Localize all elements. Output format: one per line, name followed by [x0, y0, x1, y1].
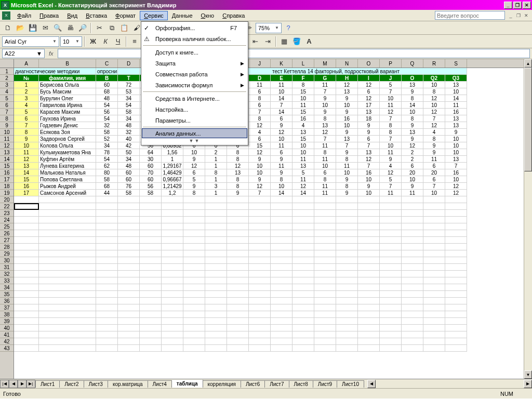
cell[interactable] [423, 325, 445, 331]
cell[interactable] [162, 244, 183, 250]
cell[interactable] [183, 291, 205, 298]
cell[interactable]: 9 [402, 183, 423, 190]
cell[interactable] [292, 203, 314, 210]
cell[interactable] [39, 237, 96, 244]
cell[interactable] [445, 244, 467, 250]
cell[interactable]: Кульмукаметова Яна [39, 149, 96, 156]
cell[interactable] [445, 210, 467, 217]
menu-item[interactable]: Настройка... [142, 104, 247, 115]
cell[interactable] [336, 210, 358, 217]
cell[interactable]: 10 [336, 102, 358, 109]
cell[interactable] [249, 203, 271, 210]
cell[interactable]: 1,2 [162, 190, 183, 196]
cell[interactable]: 1 [205, 156, 227, 163]
sheet-tab[interactable]: Лист2 [60, 380, 84, 388]
cell[interactable]: 4 [380, 163, 402, 169]
cell[interactable]: 3 [14, 95, 39, 102]
cell[interactable] [314, 331, 336, 338]
cell[interactable] [183, 311, 205, 318]
cell[interactable]: 10 [292, 95, 314, 102]
cell[interactable]: 3 [205, 183, 227, 190]
cell[interactable]: 10 [271, 136, 292, 142]
cell[interactable] [402, 257, 423, 264]
cell[interactable] [227, 318, 249, 325]
cell[interactable] [336, 196, 358, 203]
menu-item[interactable]: Анализ данных... [142, 128, 247, 138]
cell[interactable] [205, 237, 227, 244]
cell[interactable] [271, 338, 292, 345]
cell[interactable] [39, 331, 96, 338]
cell[interactable]: 8 [402, 95, 423, 102]
cell[interactable] [227, 338, 249, 345]
paste-icon[interactable]: 📋 [118, 22, 130, 34]
row-header[interactable]: 7 [0, 109, 14, 115]
cell[interactable] [162, 311, 183, 318]
cell[interactable] [249, 196, 271, 203]
cell[interactable] [118, 304, 140, 311]
cell[interactable] [445, 257, 467, 264]
cell[interactable]: 32 [96, 122, 118, 129]
cell[interactable] [314, 325, 336, 331]
col-header[interactable]: C [96, 59, 118, 68]
cell[interactable]: Гаухова Ирина [39, 115, 96, 122]
cell[interactable] [314, 345, 336, 352]
cell[interactable] [336, 230, 358, 237]
cell[interactable]: 8 [227, 149, 249, 156]
cell[interactable] [14, 244, 39, 250]
row-header[interactable]: 11 [0, 136, 14, 142]
cell[interactable] [14, 217, 39, 223]
cell[interactable]: 4 [14, 102, 39, 109]
minimize-button[interactable]: _ [504, 2, 512, 9]
cell[interactable] [162, 277, 183, 284]
cell[interactable]: 11 [445, 102, 467, 109]
cell[interactable] [402, 250, 423, 257]
sheet-tab[interactable]: Лист3 [84, 380, 108, 388]
cell[interactable]: 13 [336, 88, 358, 95]
cell[interactable] [162, 331, 183, 338]
cell[interactable] [162, 318, 183, 325]
cell[interactable] [205, 338, 227, 345]
cell[interactable] [205, 210, 227, 217]
cell[interactable] [183, 271, 205, 277]
cell[interactable] [380, 257, 402, 264]
cell[interactable] [358, 298, 380, 304]
cell[interactable]: 10 [292, 149, 314, 156]
cell[interactable] [205, 345, 227, 352]
cell[interactable] [118, 325, 140, 331]
cell[interactable]: 68 [96, 183, 118, 190]
cell[interactable]: 12 [380, 109, 402, 115]
cell[interactable]: 6 [402, 163, 423, 169]
cell[interactable] [227, 264, 249, 271]
cell[interactable] [249, 277, 271, 284]
cell[interactable]: 7 [423, 183, 445, 190]
cell[interactable]: 11 [271, 163, 292, 169]
cell[interactable] [205, 244, 227, 250]
cell[interactable] [140, 277, 162, 284]
cell[interactable]: D [249, 75, 271, 82]
cell[interactable]: 54 [96, 102, 118, 109]
cell[interactable] [227, 284, 249, 291]
cell[interactable] [358, 331, 380, 338]
cell[interactable]: 14 [271, 190, 292, 196]
cell[interactable]: 11 [292, 156, 314, 163]
cell[interactable] [423, 244, 445, 250]
cell[interactable]: 58 [118, 109, 140, 115]
cell[interactable] [271, 264, 292, 271]
cell[interactable]: 0,96667 [162, 176, 183, 183]
menu-item[interactable]: Совместная работа▶ [142, 69, 247, 79]
row-header[interactable]: 32 [0, 271, 14, 277]
cell[interactable] [271, 250, 292, 257]
cell[interactable] [292, 325, 314, 331]
cell[interactable] [39, 277, 96, 284]
row-header[interactable]: 40 [0, 325, 14, 331]
cell[interactable] [39, 318, 96, 325]
cell[interactable]: 7 [445, 163, 467, 169]
cell[interactable] [227, 291, 249, 298]
cell[interactable] [205, 271, 227, 277]
cell[interactable] [96, 257, 118, 264]
cell[interactable]: 48 [96, 95, 118, 102]
cell[interactable]: 8 [314, 176, 336, 183]
cell[interactable] [39, 223, 96, 230]
sheet-tab[interactable]: кор.матрица [108, 380, 148, 388]
cell[interactable] [358, 284, 380, 291]
